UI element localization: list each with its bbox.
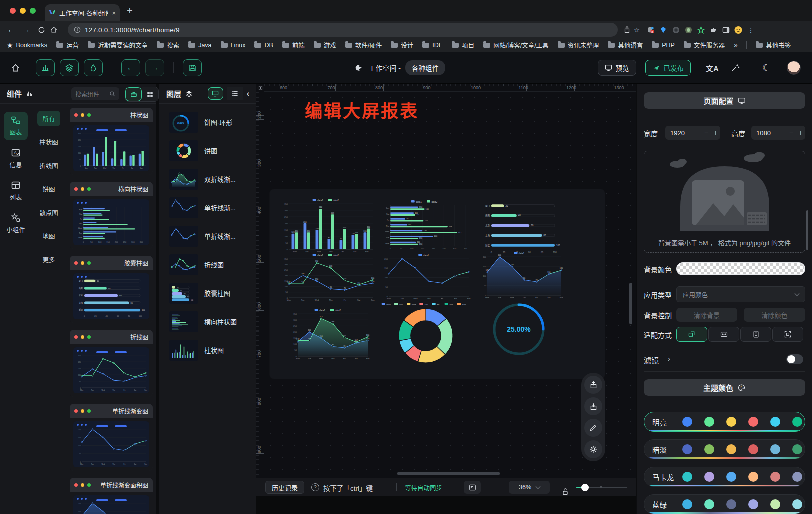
page-config-header[interactable]: 页面配置 — [644, 92, 806, 109]
eye-icon[interactable] — [256, 84, 264, 92]
canvas-chart-dual-line[interactable]: data1data2050100150200250300350MonTueWed… — [282, 253, 376, 302]
window-controls[interactable] — [10, 8, 36, 14]
dark-mode-moon-icon[interactable]: ☾ — [758, 62, 775, 73]
panel-scrollbar[interactable] — [806, 210, 808, 250]
zoom-select[interactable]: 36% — [509, 481, 550, 494]
theme-color-header[interactable]: 主题颜色 — [644, 379, 806, 396]
theme-panel-button[interactable] — [84, 59, 103, 76]
layers-panel-button[interactable] — [60, 59, 79, 76]
theme-row-暗淡[interactable]: 暗淡 — [644, 439, 806, 459]
category-散点图[interactable]: 散点图 — [34, 205, 64, 220]
canvas-chart-gradient-area[interactable]: data1050100150200MonTueWedThuFriSatSun12… — [480, 251, 564, 300]
category-折线图[interactable]: 折线图 — [34, 158, 64, 173]
share-icon[interactable] — [623, 26, 631, 34]
component-card-柱状图[interactable]: 柱状图070140210280350MonTueWedThuFriSatSun — [70, 108, 153, 175]
editor-canvas[interactable]: 6007008009001000110012001300 20030040050… — [256, 84, 636, 514]
theme-row-马卡龙[interactable]: 马卡龙 — [644, 467, 806, 487]
search-input[interactable]: 搜索组件 — [72, 87, 120, 100]
canvas-chart-ring[interactable]: 25.00% — [492, 302, 546, 357]
height-decrease-button[interactable]: − — [786, 129, 796, 137]
width-decrease-button[interactable]: − — [702, 129, 711, 137]
component-card-横向柱状图[interactable]: 横向柱状图050100150200250300350SunSatFriThuWe… — [70, 182, 153, 249]
export-icon[interactable] — [584, 376, 602, 394]
layer-item-单折线渐...[interactable]: 单折线渐... — [160, 193, 256, 222]
background-upload-area[interactable]: 背景图需小于 5M ， 格式为 png/jpg/gif 的文件 — [644, 151, 806, 253]
canvas-title-text[interactable]: 编辑大屏报表 — [305, 97, 419, 122]
bookmark-item[interactable]: 近期需要读的文章 — [88, 40, 148, 50]
zoom-slider[interactable] — [576, 487, 628, 488]
height-stepper[interactable]: 1080 − + — [752, 126, 806, 140]
theme-row-明亮[interactable]: 明亮 — [644, 412, 806, 432]
maximize-window-button[interactable] — [30, 8, 36, 14]
minimize-window-button[interactable] — [20, 8, 26, 14]
layer-item-饼图[interactable]: 饼图 — [160, 136, 256, 165]
canvas-chart-bar[interactable]: data1data2050100150200250300350Mon120130… — [282, 198, 376, 254]
clear-background-button[interactable]: 清除背景 — [676, 308, 738, 322]
address-bar[interactable]: 127.0.0.1:3000/#/chart/home/9 — [68, 23, 618, 37]
save-button[interactable] — [183, 59, 202, 76]
bookmark-item[interactable]: IDE — [422, 40, 443, 50]
charts-panel-button[interactable] — [36, 59, 55, 76]
sidebar-nav-图表[interactable]: 图表 — [4, 112, 28, 140]
horizontal-scrollbar[interactable] — [398, 472, 500, 475]
publish-button[interactable]: 已发布 — [646, 60, 692, 76]
category-饼图[interactable]: 饼图 — [38, 181, 60, 197]
bookmark-star-icon[interactable]: ☆ — [633, 26, 641, 34]
extension-dark-circle-icon[interactable] — [672, 26, 680, 34]
bookmark-item[interactable]: 游戏 — [314, 40, 336, 50]
width-value[interactable]: 1920 — [666, 129, 702, 137]
site-info-icon[interactable] — [74, 26, 81, 33]
component-card-折线图[interactable]: 折线图070140210280350MonTueWedThuFriSatSun — [70, 330, 153, 397]
reload-icon[interactable] — [35, 26, 48, 34]
browser-menu-icon[interactable]: ⋮ — [747, 26, 755, 34]
bookmark-item[interactable]: 文件服务器 — [684, 40, 726, 50]
new-tab-button[interactable]: + — [127, 6, 133, 16]
tab-close-icon[interactable]: × — [112, 9, 116, 17]
toolbox-view-button[interactable] — [126, 87, 142, 101]
bookmark-item[interactable]: 资讯未整理 — [558, 40, 600, 50]
width-stepper[interactable]: 1920 − + — [666, 126, 720, 140]
sidebar-nav-列表[interactable]: 列表 — [4, 177, 28, 205]
category-更多[interactable]: 更多 — [38, 252, 60, 267]
extension-pin-icon[interactable]: g — [647, 26, 655, 34]
clear-color-button[interactable]: 清除颜色 — [744, 308, 806, 322]
history-button[interactable]: 历史记录 — [266, 481, 304, 494]
magic-wand-icon[interactable] — [731, 63, 748, 72]
height-value[interactable]: 1080 — [752, 129, 786, 137]
back-icon[interactable]: ← — [5, 25, 18, 34]
bookmark-item[interactable]: DB — [254, 40, 273, 50]
other-bookmarks-button[interactable]: 其他书签 — [756, 40, 791, 50]
extensions-puzzle-icon[interactable] — [710, 26, 718, 34]
edit-icon[interactable] — [584, 419, 602, 437]
layer-list-view-button[interactable] — [228, 87, 243, 100]
grid-view-button[interactable] — [142, 87, 158, 101]
preview-button[interactable]: 预览 — [598, 60, 636, 76]
layer-item-横向柱状图[interactable]: 横向柱状图 — [160, 307, 256, 336]
component-card-单折线渐变面积图[interactable]: 单折线渐变面积图050100150200MonTueWedThuFriSatSu… — [70, 478, 153, 514]
theme-row-蓝绿[interactable]: 蓝绿 — [644, 494, 806, 514]
home-button[interactable] — [11, 63, 28, 73]
width-increase-button[interactable]: + — [711, 129, 720, 137]
fit-scale-button[interactable] — [676, 327, 708, 342]
bookmark-item[interactable]: 搜索 — [157, 40, 180, 50]
sidebar-nav-小组件[interactable]: 小组件 — [4, 209, 28, 238]
bookmarks-overflow-button[interactable]: » — [734, 42, 738, 49]
extension-green-circle-icon[interactable] — [684, 26, 692, 34]
canvas-chart-horizontal-bar[interactable]: data1data2050100150200250300350Sun130160… — [382, 199, 472, 251]
chevron-right-icon[interactable]: › — [668, 354, 670, 363]
layer-item-双折线渐...[interactable]: 双折线渐... — [160, 165, 256, 193]
bookmark-item[interactable]: 运营 — [56, 40, 79, 50]
settings-gear-icon[interactable] — [584, 440, 602, 458]
extension-gem-icon[interactable] — [660, 26, 668, 34]
home-icon[interactable] — [50, 26, 63, 34]
bookmark-item[interactable]: 设计 — [391, 40, 414, 50]
collapse-panel-icon[interactable]: ‹ — [247, 89, 250, 98]
workspace-badge[interactable]: 各种组件 — [406, 60, 446, 75]
close-window-button[interactable] — [10, 8, 16, 14]
component-card-胶囊柱图[interactable]: 胶囊柱图厦门20南阳40北京60上海80新疆100020406080100 — [70, 256, 153, 323]
layer-item-柱状图[interactable]: 柱状图 — [160, 336, 256, 364]
forward-icon[interactable]: → — [20, 25, 33, 34]
bookmark-item[interactable]: PHP — [652, 40, 675, 50]
language-toggle-button[interactable]: 文A — [704, 63, 721, 73]
bookmark-item[interactable]: 其他语言 — [608, 40, 643, 50]
